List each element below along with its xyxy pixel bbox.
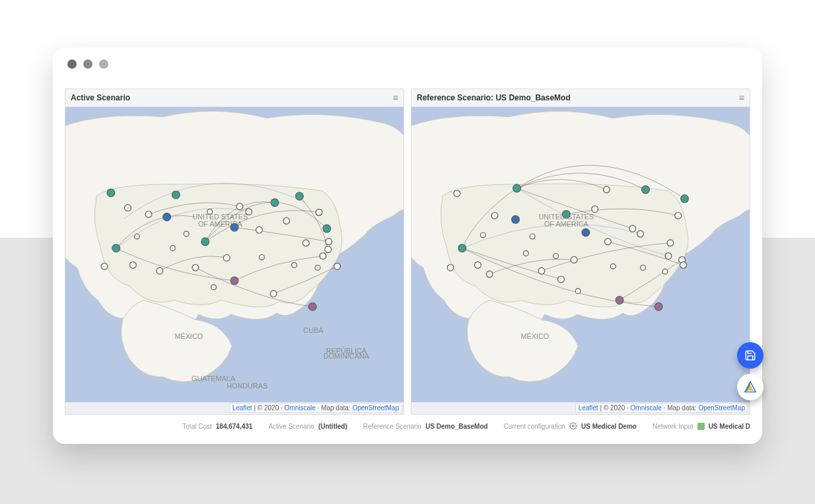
app-logo-button[interactable] bbox=[737, 374, 763, 400]
svg-point-24 bbox=[316, 209, 322, 216]
svg-point-69 bbox=[610, 264, 616, 269]
svg-point-28 bbox=[326, 238, 332, 245]
svg-point-55 bbox=[616, 297, 623, 305]
svg-point-51 bbox=[582, 229, 590, 236]
svg-point-56 bbox=[629, 225, 636, 232]
svg-point-3 bbox=[112, 244, 120, 252]
svg-point-40 bbox=[454, 190, 460, 197]
svg-point-6 bbox=[163, 213, 171, 221]
svg-point-13 bbox=[230, 223, 238, 231]
svg-point-37 bbox=[170, 246, 176, 251]
svg-point-52 bbox=[592, 206, 598, 213]
svg-point-8 bbox=[145, 211, 152, 218]
traffic-dot bbox=[83, 59, 92, 69]
omniscale-link[interactable]: Omniscale bbox=[285, 404, 316, 412]
network-swatch-icon bbox=[697, 423, 705, 430]
svg-point-20 bbox=[283, 217, 290, 224]
svg-point-30 bbox=[134, 234, 139, 239]
svg-point-64 bbox=[680, 262, 687, 268]
pane-title: Reference Scenario: US Demo_BaseMod bbox=[417, 89, 571, 106]
reference-scenario-pane: Reference Scenario: US Demo_BaseMod ≡ + … bbox=[411, 89, 750, 415]
status-total-cost: Total Cost 184,674,431 bbox=[182, 423, 252, 430]
svg-point-43 bbox=[475, 262, 481, 268]
gear-icon bbox=[569, 422, 577, 430]
status-network-input[interactable]: Network Input US Medical D bbox=[653, 423, 750, 430]
map-label-honduras: HONDURAS bbox=[227, 382, 267, 390]
svg-point-21 bbox=[296, 192, 304, 200]
svg-point-5 bbox=[129, 262, 136, 268]
map-attribution: Leaflet | © 2020 · Omniscale · Map data:… bbox=[229, 403, 402, 413]
omniscale-link[interactable]: Omniscale bbox=[631, 404, 662, 412]
svg-point-32 bbox=[207, 209, 213, 215]
svg-point-14 bbox=[236, 203, 243, 210]
svg-point-27 bbox=[325, 246, 332, 253]
svg-point-12 bbox=[223, 255, 230, 262]
map-label-usa: UNITED STATESOF AMERICA bbox=[192, 213, 248, 228]
svg-point-68 bbox=[553, 254, 559, 259]
svg-point-16 bbox=[230, 277, 238, 285]
svg-point-54 bbox=[604, 238, 611, 245]
leaflet-link[interactable]: Leaflet bbox=[232, 404, 252, 412]
svg-point-35 bbox=[315, 265, 320, 270]
svg-point-15 bbox=[246, 209, 252, 215]
svg-point-61 bbox=[667, 240, 674, 246]
svg-point-10 bbox=[201, 238, 209, 246]
svg-point-4 bbox=[101, 263, 108, 270]
fab-column bbox=[737, 342, 763, 400]
svg-point-77 bbox=[573, 425, 575, 427]
status-bar: Total Cost 184,674,431 Active Scenario (… bbox=[65, 419, 750, 433]
map-label-mexico: MÉXICO bbox=[174, 333, 203, 341]
svg-point-65 bbox=[681, 195, 689, 203]
status-reference-scenario: Reference Scenario US Demo_BaseMod bbox=[363, 423, 488, 430]
svg-point-36 bbox=[211, 285, 217, 290]
svg-point-45 bbox=[512, 215, 520, 223]
pane-header: Reference Scenario: US Demo_BaseMod ≡ bbox=[411, 89, 750, 107]
window-traffic-lights bbox=[67, 59, 108, 69]
save-icon bbox=[744, 349, 756, 361]
map-canvas-reference[interactable]: UNITED STATESOF AMERICA MÉXICO bbox=[411, 107, 750, 402]
svg-point-49 bbox=[562, 211, 570, 219]
svg-point-34 bbox=[292, 262, 297, 268]
svg-point-1 bbox=[107, 189, 115, 197]
svg-point-48 bbox=[558, 276, 565, 283]
svg-point-72 bbox=[575, 289, 581, 294]
svg-point-19 bbox=[270, 291, 277, 297]
status-active-scenario: Active Scenario (Untitled) bbox=[268, 423, 347, 430]
svg-point-11 bbox=[192, 264, 199, 271]
map-label-dominican: REPÚBLICADOMINICANA bbox=[324, 347, 370, 360]
pane-title: Active Scenario bbox=[71, 89, 130, 106]
svg-point-33 bbox=[259, 255, 264, 260]
leaflet-link[interactable]: Leaflet bbox=[579, 404, 598, 412]
save-button[interactable] bbox=[737, 342, 763, 369]
svg-point-50 bbox=[571, 256, 577, 263]
app-window: Active Scenario ≡ + − UNITED STATESOF AM… bbox=[53, 48, 762, 444]
active-scenario-pane: Active Scenario ≡ + − UNITED STATESOF AM… bbox=[65, 89, 404, 415]
svg-point-71 bbox=[662, 269, 668, 274]
traffic-dot bbox=[67, 59, 77, 69]
svg-point-26 bbox=[323, 225, 331, 233]
scenario-comparison-panes: Active Scenario ≡ + − UNITED STATESOF AM… bbox=[65, 89, 750, 415]
svg-point-29 bbox=[334, 263, 341, 270]
svg-point-17 bbox=[256, 227, 262, 233]
map-label-mexico: MÉXICO bbox=[520, 333, 549, 341]
hamburger-icon[interactable]: ≡ bbox=[739, 89, 744, 106]
svg-point-47 bbox=[538, 268, 545, 274]
map-canvas-active[interactable]: UNITED STATESOF AMERICA MÉXICO GUATEMALA… bbox=[65, 107, 404, 402]
pane-header: Active Scenario ≡ bbox=[65, 89, 404, 107]
svg-point-9 bbox=[157, 268, 163, 274]
osm-link[interactable]: OpenStreetMap bbox=[352, 404, 399, 412]
hamburger-icon[interactable]: ≡ bbox=[393, 89, 398, 106]
svg-point-42 bbox=[447, 264, 454, 271]
status-current-config[interactable]: Current configuration US Medical Demo bbox=[504, 422, 637, 430]
svg-point-22 bbox=[302, 240, 309, 246]
svg-point-73 bbox=[523, 251, 528, 256]
svg-point-67 bbox=[530, 234, 535, 239]
triangle-logo-icon bbox=[743, 380, 758, 394]
map-label-guatemala: GUATEMALA bbox=[192, 375, 236, 382]
svg-point-66 bbox=[480, 233, 485, 238]
svg-point-44 bbox=[486, 271, 493, 277]
traffic-dot bbox=[99, 59, 108, 69]
svg-point-46 bbox=[491, 213, 498, 219]
osm-link[interactable]: OpenStreetMap bbox=[698, 404, 745, 412]
svg-point-39 bbox=[513, 184, 521, 192]
